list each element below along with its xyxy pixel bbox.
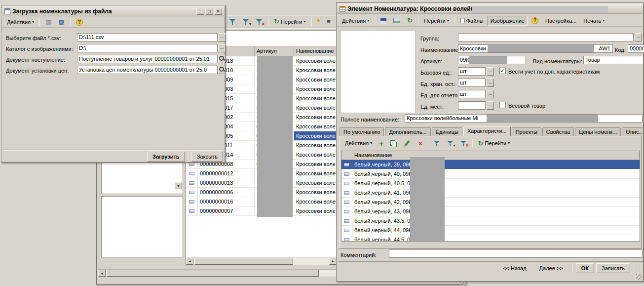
places-unit-browse-button[interactable]: ...: [487, 101, 494, 110]
characteristic-row[interactable]: белый,черный, 43, 09К: [341, 207, 640, 216]
help-button[interactable]: ?: [529, 16, 541, 26]
actions-menu[interactable]: Действия ▾: [342, 138, 375, 148]
comment-input[interactable]: [389, 249, 643, 258]
weight-goods-checkbox[interactable]: [499, 102, 506, 108]
edit-button[interactable]: [400, 138, 415, 148]
resize-grip[interactable]: [636, 274, 642, 280]
next-button[interactable]: Далее >>: [534, 263, 568, 273]
add-button[interactable]: +: [376, 138, 386, 148]
scroll-down-icon: ▼: [177, 184, 180, 188]
picture-button[interactable]: [390, 16, 403, 26]
read-settings-button[interactable]: ▦: [42, 17, 54, 27]
characteristic-row[interactable]: белый,черный, 44.5, 0: [341, 235, 640, 242]
images-dir-input[interactable]: D:\: [77, 44, 218, 52]
characteristic-row[interactable]: белый,черный, 43.5, 0: [341, 216, 640, 226]
places-unit-input[interactable]: [458, 101, 486, 110]
actions-menu[interactable]: Действия ▾: [339, 16, 372, 26]
characteristic-row[interactable]: белый,черный, 39, 09К: [341, 160, 640, 169]
close-button[interactable]: Закрыть: [191, 152, 223, 162]
dop-characteristics-checkbox[interactable]: ✓: [499, 68, 506, 74]
characteristic-row[interactable]: белый,черный, 44, 09К: [341, 226, 640, 235]
help-button[interactable]: ?: [73, 17, 86, 27]
tab-1[interactable]: Дополнитель...: [385, 127, 430, 136]
scroll-down-button[interactable]: ▼: [175, 182, 182, 189]
tab-0[interactable]: По умолчанию: [340, 127, 384, 136]
go-menu-button[interactable]: ↻ Перейти ▾: [271, 17, 309, 27]
row-marker: [186, 197, 198, 206]
receipt-doc-select-button[interactable]: [218, 55, 226, 63]
scrollbar-thumb[interactable]: [107, 270, 319, 277]
scroll-right-button[interactable]: ►: [329, 258, 337, 265]
image-preview[interactable]: [341, 30, 416, 113]
code-input[interactable]: 00000000005: [628, 44, 644, 53]
ok-button[interactable]: ОК: [576, 263, 594, 273]
price-doc-select-button[interactable]: [218, 66, 226, 74]
filter-settings-button[interactable]: ▾: [444, 138, 456, 148]
tab-4[interactable]: Проекты: [512, 127, 541, 136]
images-dir-browse-button[interactable]: ...: [218, 44, 226, 52]
back-button[interactable]: << Назад: [497, 263, 531, 273]
tab-5[interactable]: Свойства: [542, 127, 574, 136]
delete-button[interactable]: ×: [416, 138, 425, 148]
kind-label: Вид номенклатуры:: [533, 57, 582, 65]
row-name: Кроссовки воле: [294, 84, 337, 93]
storage-unit-input[interactable]: шт: [458, 79, 486, 87]
characteristic-row[interactable]: белый,черный, 40, 09К: [341, 169, 640, 179]
filter-button[interactable]: [227, 17, 239, 27]
divider: [339, 261, 644, 262]
scroll-left-button[interactable]: ◄: [98, 270, 106, 277]
characteristic-row[interactable]: белый,черный, 40.5, 0: [341, 179, 640, 188]
base-unit-input[interactable]: шт: [458, 67, 486, 76]
files-button[interactable]: Файлы: [457, 16, 487, 26]
tab-3[interactable]: Характеристи...: [463, 126, 511, 136]
load-button[interactable]: Загрузить: [147, 152, 185, 162]
go-menu-button[interactable]: ↻ Перейти ▾: [475, 138, 513, 148]
receipt-doc-input[interactable]: Поступление товаров и услуг 00000000001 …: [77, 55, 218, 63]
star-button[interactable]: *: [314, 17, 323, 27]
characteristic-name: белый,черный, 44.5, 0: [352, 235, 640, 242]
list-button[interactable]: ≡: [324, 17, 334, 27]
report-unit-browse-button[interactable]: ...: [487, 90, 494, 98]
file-input[interactable]: D:\111.csv: [77, 33, 218, 41]
row-code: 00000000007: [198, 206, 255, 215]
reread-button[interactable]: ↻: [404, 16, 416, 26]
go-menu-button[interactable]: Перейти ▾: [421, 16, 452, 26]
scrollbar-thumb[interactable]: [194, 258, 293, 265]
characteristic-row[interactable]: белый,черный, 41, 09К: [341, 188, 640, 198]
close-button[interactable]: ×: [214, 8, 222, 15]
header-article-column[interactable]: Артикул: [255, 46, 294, 56]
header-marker-column[interactable]: [341, 151, 352, 160]
write-button[interactable]: Записать: [596, 263, 630, 273]
delete-icon: ×: [418, 140, 422, 147]
tab-6[interactable]: Цены номенк...: [575, 127, 621, 136]
actions-menu[interactable]: Действия ▾: [4, 17, 37, 27]
minimize-button[interactable]: _: [196, 8, 204, 15]
base-unit-browse-button[interactable]: ...: [487, 67, 494, 76]
scroll-left-button[interactable]: ◄: [186, 258, 193, 265]
clear-filter-button[interactable]: ×: [253, 17, 265, 27]
group-input[interactable]: [458, 33, 634, 41]
tab-2[interactable]: Единицы: [432, 127, 462, 136]
file-browse-button[interactable]: ...: [218, 33, 226, 41]
dialog-titlebar[interactable]: Загрузка номенклатуры из файла _ □ ×: [2, 6, 224, 16]
storage-unit-browse-button[interactable]: ...: [487, 79, 494, 87]
filter-settings-button[interactable]: ▾: [240, 17, 252, 27]
kind-input[interactable]: Товар: [583, 56, 644, 64]
header-name-column[interactable]: Наименование: [294, 46, 337, 56]
price-doc-input[interactable]: Установка цен номенклатуры 00000000001 о…: [77, 66, 218, 74]
characteristic-row[interactable]: белый,черный, 42, 09К: [341, 198, 640, 207]
maximize-button[interactable]: □: [205, 8, 213, 15]
group-browse-button[interactable]: ...: [635, 33, 642, 41]
dialog-buttons: Загрузить Закрыть: [147, 152, 223, 162]
filter-button[interactable]: [431, 138, 443, 148]
print-button[interactable]: Печать ▾: [580, 16, 607, 26]
report-unit-input[interactable]: шт: [458, 90, 486, 98]
save-settings-button[interactable]: ▩: [56, 17, 68, 27]
tab-7[interactable]: Опис...: [622, 127, 643, 136]
save-button[interactable]: [378, 16, 389, 26]
clear-filter-button[interactable]: ×: [457, 138, 470, 148]
copy-button[interactable]: [387, 138, 399, 148]
header-name-column[interactable]: Наименование: [352, 151, 640, 160]
settings-button[interactable]: Настройка...: [542, 16, 579, 26]
image-button[interactable]: Изображение: [488, 16, 528, 26]
